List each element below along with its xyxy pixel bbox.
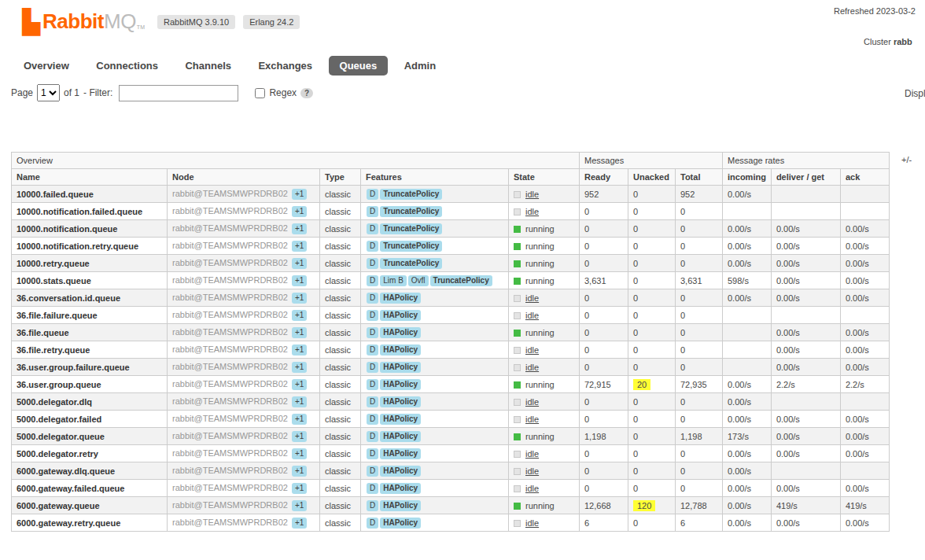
messages-ready: 0 (580, 255, 628, 272)
col-header-type[interactable]: Type (320, 169, 361, 186)
queue-name[interactable]: 36.conversation.id.queue (12, 289, 168, 307)
policy-badge[interactable]: HAPolicy (380, 327, 421, 338)
rate-incoming: 0.00/s (723, 393, 772, 411)
policy-badge[interactable]: HAPolicy (380, 448, 421, 459)
column-toggle-link[interactable]: +/- (901, 155, 912, 164)
tab-channels[interactable]: Channels (174, 56, 242, 76)
messages-total: 0 (676, 480, 723, 497)
policy-badge[interactable]: HAPolicy (380, 362, 421, 373)
queue-type: classic (320, 411, 361, 428)
queue-name[interactable]: 5000.delegator.dlq (12, 393, 168, 411)
policy-badge[interactable]: TruncatePolicy (380, 223, 442, 234)
tab-connections[interactable]: Connections (85, 56, 169, 76)
queue-name[interactable]: 36.user.group.queue (12, 376, 168, 393)
policy-badge[interactable]: HAPolicy (380, 379, 421, 390)
queue-features-cell: DHAPolicy (361, 289, 509, 307)
tab-admin[interactable]: Admin (393, 56, 447, 76)
col-header-ack[interactable]: ack (840, 169, 889, 186)
policy-badge[interactable]: HAPolicy (380, 483, 421, 494)
messages-total: 1,198 (676, 428, 723, 445)
queue-type: classic (320, 238, 361, 255)
col-header-node[interactable]: Node (168, 169, 320, 186)
filter-input[interactable] (119, 85, 238, 101)
rate-ack (840, 203, 889, 220)
queue-name[interactable]: 10000.notification.queue (12, 220, 168, 238)
feature-tag-badge: D (367, 500, 378, 511)
node-plus-badge: +1 (292, 275, 307, 286)
queue-name[interactable]: 10000.stats.queue (12, 272, 168, 289)
tab-overview[interactable]: Overview (13, 56, 80, 76)
policy-badge[interactable]: HAPolicy (380, 414, 421, 425)
policy-badge[interactable]: TruncatePolicy (380, 241, 442, 252)
queue-name[interactable]: 36.file.queue (12, 324, 168, 341)
policy-badge[interactable]: HAPolicy (380, 466, 421, 477)
rate-deliver-get: 0.00/s (771, 359, 840, 376)
page-select[interactable]: 1 (37, 84, 60, 101)
queue-name[interactable]: 5000.delegator.failed (12, 411, 168, 428)
queue-name[interactable]: 6000.gateway.failed.queue (12, 480, 168, 497)
col-header-unacked[interactable]: Unacked (628, 169, 676, 186)
tab-exchanges[interactable]: Exchanges (247, 56, 323, 76)
logo-text-rabbit[interactable]: Rabbit (42, 9, 104, 34)
policy-badge[interactable]: HAPolicy (380, 344, 421, 356)
col-header-state[interactable]: State (509, 169, 580, 186)
policy-badge[interactable]: TruncatePolicy (380, 206, 442, 217)
regex-checkbox[interactable] (255, 88, 265, 98)
queue-name[interactable]: 10000.retry.queue (12, 255, 168, 272)
col-header-deliver-get[interactable]: deliver / get (771, 169, 840, 186)
queue-name[interactable]: 10000.notification.retry.queue (12, 238, 168, 255)
group-header-messages: Messages (580, 153, 723, 169)
policy-badge[interactable]: TruncatePolicy (380, 258, 442, 269)
queue-features-cell: DHAPolicy (361, 462, 509, 480)
queue-features-cell: DHAPolicy (361, 324, 509, 341)
policy-badge[interactable]: HAPolicy (380, 500, 421, 511)
state-label: idle (525, 466, 539, 476)
policy-badge[interactable]: TruncatePolicy (430, 275, 492, 286)
tab-queues[interactable]: Queues (329, 56, 389, 76)
col-header-name[interactable]: Name (12, 169, 168, 186)
col-header-total[interactable]: Total (676, 169, 723, 186)
queue-name[interactable]: 6000.gateway.dlq.queue (12, 462, 168, 480)
queue-name[interactable]: 6000.gateway.queue (12, 497, 168, 514)
logo-text-mq[interactable]: MQ (104, 9, 136, 34)
rate-deliver-get: 0.00/s (771, 272, 840, 289)
policy-badge[interactable]: HAPolicy (380, 431, 421, 442)
queue-name[interactable]: 36.file.retry.queue (12, 341, 168, 359)
regex-help-icon[interactable]: ? (300, 88, 313, 98)
state-label: idle (525, 484, 539, 493)
node-plus-badge: +1 (292, 293, 307, 304)
node-plus-badge: +1 (292, 466, 307, 477)
policy-badge[interactable]: HAPolicy (380, 310, 421, 321)
queue-state-cell: idle (509, 462, 580, 480)
state-running-icon (514, 278, 521, 285)
messages-total: 3,631 (676, 272, 723, 289)
rate-incoming: 0.00/s (723, 462, 772, 480)
queue-node-cell: rabbit@TEAMSMWPRDRB02+1 (168, 289, 320, 307)
state-label: idle (525, 397, 539, 407)
queue-row: 10000.notification.queuerabbit@TEAMSMWPR… (12, 220, 890, 238)
col-header-ready[interactable]: Ready (580, 169, 628, 186)
rate-incoming: 173/s (723, 428, 772, 445)
queue-name[interactable]: 36.file.failure.queue (12, 307, 168, 324)
queue-name[interactable]: 10000.notification.failed.queue (12, 203, 168, 220)
queue-node-cell: rabbit@TEAMSMWPRDRB02+1 (168, 341, 320, 359)
rate-deliver-get: 0.00/s (771, 289, 840, 307)
state-label: running (525, 224, 555, 234)
col-header-features[interactable]: Features (361, 169, 509, 186)
queue-name[interactable]: 10000.failed.queue (12, 186, 168, 203)
queue-node-cell: rabbit@TEAMSMWPRDRB02+1 (168, 186, 320, 203)
policy-badge[interactable]: HAPolicy (380, 518, 421, 529)
queue-name[interactable]: 36.user.group.failure.queue (12, 359, 168, 376)
queue-name[interactable]: 6000.gateway.retry.queue (12, 514, 168, 532)
rate-deliver-get: 419/s (771, 497, 840, 514)
policy-badge[interactable]: TruncatePolicy (380, 189, 442, 200)
messages-total: 72,935 (676, 376, 723, 393)
col-header-incoming[interactable]: incoming (723, 169, 772, 186)
queue-name[interactable]: 5000.delegator.queue (12, 428, 168, 445)
state-label: running (525, 501, 555, 510)
queue-name[interactable]: 5000.delegator.retry (12, 445, 168, 462)
node-name: rabbit@TEAMSMWPRDRB02 (172, 327, 288, 337)
policy-badge[interactable]: HAPolicy (380, 396, 421, 407)
state-running-icon (514, 381, 521, 389)
policy-badge[interactable]: HAPolicy (380, 293, 421, 304)
